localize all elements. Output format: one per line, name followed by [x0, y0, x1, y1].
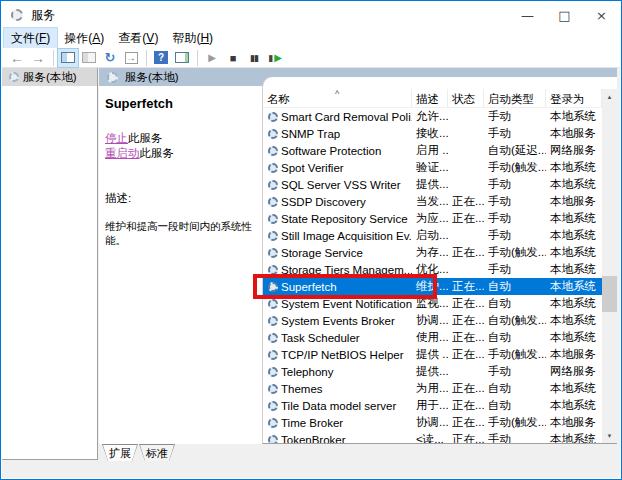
service-startup-type-cell: 自动 — [484, 330, 546, 345]
column-header-name[interactable]: 名称^ — [263, 89, 412, 107]
column-header-logon-as[interactable]: 登录为 — [546, 89, 602, 107]
toolbar: ←→↻→?▶■▮▮▶ — [2, 48, 620, 68]
service-gear-icon — [268, 146, 278, 156]
service-name-cell: Superfetch — [263, 281, 412, 293]
service-logon-as-cell: 本地系统 — [546, 432, 600, 443]
view-tab-extended[interactable]: 扩展 — [102, 444, 138, 461]
scroll-up-icon[interactable]: ▲ — [602, 89, 617, 104]
scrollbar-thumb[interactable] — [602, 276, 617, 312]
service-description-cell: 协调... — [412, 313, 448, 328]
start-service-icon[interactable]: ▶ — [202, 49, 222, 67]
table-row[interactable]: State Repository Service为应...正在...手动本地系统 — [263, 210, 602, 227]
help-icon[interactable]: ? — [151, 49, 171, 67]
service-description-cell: 提供 ... — [412, 347, 448, 362]
service-status-cell: 正在... — [448, 211, 484, 226]
vertical-scrollbar[interactable]: ▲ ▼ — [602, 89, 617, 443]
scroll-down-icon[interactable]: ▼ — [602, 428, 617, 443]
column-header-status[interactable]: 状态 — [448, 89, 484, 107]
table-body: Smart Card Removal Poli...允许...手动本地系统SNM… — [263, 108, 602, 443]
back-icon[interactable]: ← — [7, 49, 27, 67]
table-row[interactable]: SQL Server VSS Writer提供...手动本地系统 — [263, 176, 602, 193]
table-row[interactable]: Spot Verifier验证...手动(触发...本地系统 — [263, 159, 602, 176]
service-logon-as-cell: 本地服务 — [546, 126, 600, 141]
service-startup-type-cell: 手动 — [484, 432, 546, 443]
menu-item[interactable]: 文件(F) — [4, 28, 57, 49]
toolbar-separator — [146, 50, 147, 66]
service-description-cell: 启动... — [412, 228, 448, 243]
service-description-cell: 协调... — [412, 415, 448, 430]
service-startup-type-cell: 手动 — [484, 364, 546, 379]
service-name-cell: Spot Verifier — [263, 162, 412, 174]
table-row[interactable]: SSDP Discovery当发...正在...手动本地服务 — [263, 193, 602, 210]
service-logon-as-cell: 网络服务 — [546, 143, 600, 158]
table-row[interactable]: Time Broker协调...正在...手动(触发...本地服务 — [263, 414, 602, 431]
service-status-cell: 正在... — [448, 313, 484, 328]
menu-item[interactable]: 帮助(H) — [165, 28, 220, 49]
table-row[interactable]: System Event Notification...监视...正在...自动… — [263, 295, 602, 312]
stop-service-link[interactable]: 停止 — [105, 132, 128, 144]
service-gear-icon — [268, 435, 278, 444]
service-logon-as-cell: 本地系统 — [546, 381, 600, 396]
table-row[interactable]: Software Protection启用 ...自动(延迟...网络服务 — [263, 142, 602, 159]
services-table: 名称^ 描述 状态 启动类型 登录为 Smart Card Removal Po… — [262, 77, 617, 444]
console-tree-panel: 服务(本地) — [2, 68, 98, 460]
service-logon-as-cell: 本地服务 — [546, 194, 600, 209]
table-row[interactable]: Storage Tiers Managem...优化...手动本地系统 — [263, 261, 602, 278]
table-row[interactable]: SNMP Trap接收...手动本地服务 — [263, 125, 602, 142]
table-row[interactable]: System Events Broker协调...正在...自动(触发...本地… — [263, 312, 602, 329]
table-row[interactable]: Superfetch维护...正在...自动本地系统 — [263, 278, 602, 295]
service-logon-as-cell: 本地系统 — [546, 398, 600, 413]
pane-header-label: 服务(本地) — [125, 70, 179, 85]
restart-service-link[interactable]: 重启动 — [105, 147, 140, 159]
service-description-cell: 用于... — [412, 398, 448, 413]
export-list-icon[interactable]: → — [121, 49, 141, 67]
start-service-icon: ▶ — [208, 52, 216, 63]
service-description-cell: 使用... — [412, 330, 448, 345]
table-row[interactable]: Still Image Acquisition Ev...启动...手动本地系统 — [263, 227, 602, 244]
service-name-cell: System Events Broker — [263, 315, 412, 327]
table-row[interactable]: Telephony提供...手动网络服务 — [263, 363, 602, 380]
show-console-tree-icon[interactable] — [58, 49, 78, 67]
service-gear-icon — [268, 231, 278, 241]
properties-icon[interactable] — [79, 49, 99, 67]
service-description-cell: 为存... — [412, 245, 448, 260]
table-row[interactable]: Task Scheduler使用...正在...自动本地系统 — [263, 329, 602, 346]
service-name-cell: State Repository Service — [263, 213, 412, 225]
service-startup-type-cell: 手动(触发... — [484, 245, 546, 260]
table-row[interactable]: Smart Card Removal Poli...允许...手动本地系统 — [263, 108, 602, 125]
restart-service-icon[interactable]: ▶ — [265, 49, 285, 67]
service-startup-type-cell: 自动 — [484, 398, 546, 413]
pause-service-icon: ▮▮ — [250, 53, 258, 63]
table-row[interactable]: TCP/IP NetBIOS Helper提供 ...正在...手动(触发...… — [263, 346, 602, 363]
tree-item-services-local[interactable]: 服务(本地) — [2, 68, 97, 86]
minimize-button[interactable]: — — [509, 1, 546, 29]
menu-item[interactable]: 查看(V) — [111, 28, 165, 49]
pause-service-icon[interactable]: ▮▮ — [244, 49, 264, 67]
stop-service-icon[interactable]: ■ — [223, 49, 243, 67]
menu-item[interactable]: 操作(A) — [57, 28, 111, 49]
table-row[interactable]: Themes为用...正在...自动本地系统 — [263, 380, 602, 397]
column-header-description[interactable]: 描述 — [412, 89, 448, 107]
service-logon-as-cell: 本地系统 — [546, 279, 600, 294]
close-button[interactable]: × — [583, 1, 620, 29]
maximize-button[interactable]: □ — [546, 1, 583, 29]
refresh-icon[interactable]: ↻ — [100, 49, 120, 67]
forward-icon[interactable]: → — [28, 49, 48, 67]
service-startup-type-cell: 自动 — [484, 279, 546, 294]
view-tab-standard[interactable]: 标准 — [139, 444, 175, 461]
service-startup-type-cell: 手动(触发... — [484, 347, 546, 362]
service-gear-icon — [268, 197, 278, 207]
service-name-cell: Storage Tiers Managem... — [263, 264, 412, 276]
show-action-pane-icon[interactable] — [172, 49, 192, 67]
table-row[interactable]: Storage Service为存...正在...手动(触发...本地系统 — [263, 244, 602, 261]
service-description-cell: <读... — [412, 432, 448, 443]
table-row[interactable]: TokenBroker<读...正在...手动本地系统 — [263, 431, 602, 443]
service-name-cell: SQL Server VSS Writer — [263, 179, 412, 191]
export-list-icon: → — [125, 52, 138, 64]
service-name-cell: System Event Notification... — [263, 298, 412, 310]
service-logon-as-cell: 本地服务 — [546, 347, 600, 362]
service-startup-type-cell: 自动 — [484, 296, 546, 311]
column-header-startup-type[interactable]: 启动类型 — [484, 89, 546, 107]
table-row[interactable]: Tile Data model server用于...正在...自动本地系统 — [263, 397, 602, 414]
service-gear-icon — [268, 333, 278, 343]
